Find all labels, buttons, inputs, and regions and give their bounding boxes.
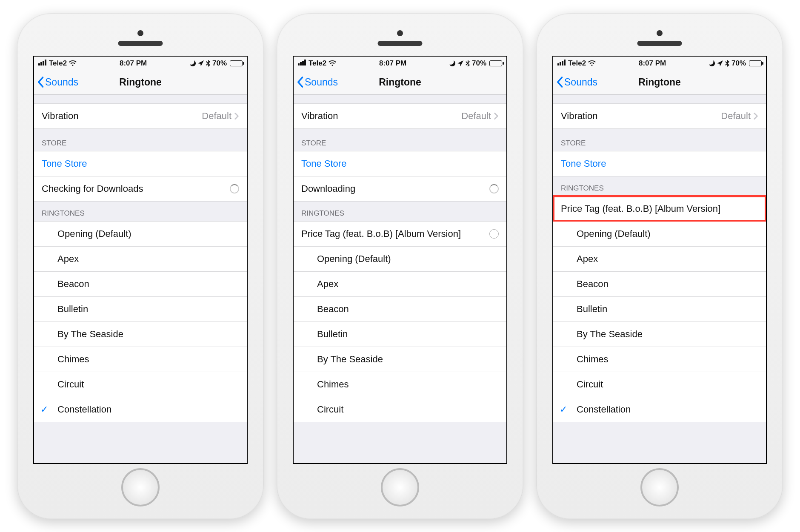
- screen-1: Tele2 8:07 PM 70% Sounds Ringtone Vibrat…: [33, 56, 248, 464]
- ringtone-row[interactable]: Bulletin: [553, 297, 766, 322]
- ringtone-row[interactable]: Chimes: [553, 347, 766, 372]
- ringtone-row[interactable]: ✓ Constellation: [34, 397, 247, 422]
- back-button[interactable]: Sounds: [37, 70, 78, 94]
- signal-icon: [38, 59, 47, 68]
- back-button[interactable]: Sounds: [556, 70, 597, 94]
- section-header-store: STORE: [294, 129, 506, 151]
- ringtone-row[interactable]: Circuit: [553, 372, 766, 397]
- ringtone-row[interactable]: Bulletin: [34, 297, 247, 322]
- vibration-row[interactable]: Vibration Default: [34, 103, 247, 129]
- ringtone-label: Circuit: [577, 379, 603, 390]
- settings-list[interactable]: Vibration Default STORE Tone StoreRINGTO…: [553, 95, 766, 463]
- ringtone-row[interactable]: By The Seaside: [34, 322, 247, 347]
- ringtone-label: Constellation: [57, 404, 111, 415]
- ringtone-row[interactable]: Beacon: [294, 297, 506, 322]
- settings-list[interactable]: Vibration Default STORE Tone Store Check…: [34, 95, 247, 463]
- battery-pct: 70%: [472, 59, 486, 68]
- chevron-right-icon: [494, 112, 499, 120]
- section-header-store: STORE: [34, 129, 247, 151]
- bluetooth-icon: [725, 60, 729, 67]
- ringtone-label: Opening (Default): [57, 228, 131, 239]
- ringtone-label: Beacon: [317, 304, 349, 315]
- tone-store-label: Tone Store: [42, 158, 87, 169]
- ringtone-label: By The Seaside: [577, 329, 643, 340]
- nav-title: Ringtone: [119, 77, 162, 88]
- home-button[interactable]: [121, 468, 160, 506]
- battery-icon: [489, 60, 502, 66]
- chevron-right-icon: [753, 112, 758, 120]
- ringtone-row[interactable]: Apex: [34, 247, 247, 272]
- carrier-label: Tele2: [49, 59, 67, 68]
- ringtone-row[interactable]: Circuit: [34, 372, 247, 397]
- tone-store-label: Tone Store: [301, 158, 346, 169]
- ringtone-row[interactable]: Apex: [553, 247, 766, 272]
- chevron-left-icon: [296, 76, 304, 88]
- ringtone-row[interactable]: By The Seaside: [553, 322, 766, 347]
- vibration-label: Vibration: [561, 111, 597, 122]
- ringtone-row[interactable]: Circuit: [294, 397, 506, 422]
- ringtone-label: Apex: [317, 279, 338, 290]
- tone-store-row[interactable]: Tone Store: [294, 151, 506, 176]
- nav-title: Ringtone: [379, 77, 421, 88]
- ringtone-label: Beacon: [57, 279, 89, 290]
- ringtone-label: By The Seaside: [317, 354, 383, 365]
- screen-3: Tele2 8:07 PM 70% Sounds Ringtone Vibrat…: [552, 56, 767, 464]
- status-bar: Tele2 8:07 PM 70%: [34, 57, 247, 70]
- carrier-label: Tele2: [309, 59, 326, 68]
- clock: 8:07 PM: [639, 59, 666, 68]
- vibration-row[interactable]: Vibration Default: [294, 103, 506, 129]
- home-button[interactable]: [381, 468, 419, 506]
- iphone-device: Tele2 8:07 PM 70% Sounds Ringtone Vibrat…: [536, 13, 783, 519]
- ringtone-label: Apex: [57, 253, 79, 265]
- home-button[interactable]: [640, 468, 679, 506]
- ringtone-row[interactable]: ✓ Constellation: [553, 397, 766, 422]
- iphone-device: Tele2 8:07 PM 70% Sounds Ringtone Vibrat…: [277, 13, 523, 519]
- store-status-label: Downloading: [301, 183, 355, 194]
- ringtone-row[interactable]: Opening (Default): [294, 247, 506, 272]
- bluetooth-icon: [466, 60, 470, 67]
- ringtone-row[interactable]: By The Seaside: [294, 347, 506, 372]
- ringtone-label: Bulletin: [57, 304, 88, 315]
- vibration-value: Default: [721, 111, 751, 122]
- dnd-moon-icon: [190, 60, 196, 66]
- signal-icon: [557, 59, 566, 68]
- status-bar: Tele2 8:07 PM 70%: [553, 57, 766, 70]
- ringtone-row[interactable]: Beacon: [34, 272, 247, 297]
- custom-ringtone-row[interactable]: Price Tag (feat. B.o.B) [Album Version]: [553, 196, 766, 222]
- checkmark-icon: ✓: [40, 404, 48, 415]
- wifi-icon: [588, 60, 596, 66]
- clock: 8:07 PM: [379, 59, 406, 68]
- ringtone-row[interactable]: Chimes: [34, 347, 247, 372]
- ringtone-label: Constellation: [577, 404, 631, 415]
- custom-ringtone-row[interactable]: Price Tag (feat. B.o.B) [Album Version]: [294, 221, 506, 247]
- bluetooth-icon: [206, 60, 210, 67]
- ringtone-row[interactable]: Opening (Default): [553, 222, 766, 247]
- screen-2: Tele2 8:07 PM 70% Sounds Ringtone Vibrat…: [293, 56, 507, 464]
- ringtone-label: Circuit: [57, 379, 84, 390]
- custom-ringtone-label: Price Tag (feat. B.o.B) [Album Version]: [561, 203, 720, 214]
- nav-bar: Sounds Ringtone: [34, 70, 247, 95]
- ringtone-row[interactable]: Apex: [294, 272, 506, 297]
- tone-store-row[interactable]: Tone Store: [34, 151, 247, 176]
- ringtone-row[interactable]: Beacon: [553, 272, 766, 297]
- settings-list[interactable]: Vibration Default STORE Tone Store Downl…: [294, 95, 506, 463]
- vibration-value: Default: [202, 111, 231, 122]
- dnd-moon-icon: [449, 60, 455, 66]
- ringtone-row[interactable]: Opening (Default): [34, 221, 247, 247]
- signal-icon: [298, 59, 306, 68]
- ringtone-label: Bulletin: [577, 304, 607, 315]
- back-button[interactable]: Sounds: [296, 70, 338, 94]
- ringtone-row[interactable]: Chimes: [294, 372, 506, 397]
- vibration-row[interactable]: Vibration Default: [553, 103, 766, 129]
- loading-spinner-icon: [230, 184, 239, 193]
- back-label: Sounds: [45, 77, 78, 88]
- ringtone-row[interactable]: Bulletin: [294, 322, 506, 347]
- battery-pct: 70%: [212, 59, 227, 68]
- tone-store-row[interactable]: Tone Store: [553, 151, 766, 176]
- location-icon: [717, 60, 723, 66]
- loading-spinner-icon: [489, 184, 499, 193]
- store-status-row: Downloading: [294, 176, 506, 202]
- wifi-icon: [69, 60, 77, 66]
- ringtone-label: Chimes: [317, 379, 349, 390]
- chevron-left-icon: [37, 76, 44, 88]
